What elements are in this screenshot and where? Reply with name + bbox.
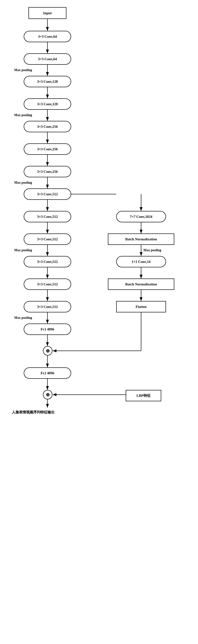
conv7x7-label: 7×7 Conv,1024 (130, 215, 152, 219)
add1-symbol: ⊕ (46, 348, 50, 354)
fc2-label: Fc2 4096 (40, 371, 54, 375)
output-label: 人脸表情视频序列特征输出 (12, 410, 54, 414)
maxpool4-label: Max pooling (14, 248, 32, 252)
input-node: Input (28, 7, 66, 19)
add2-node: ⊕ (43, 390, 52, 400)
arrows-svg (0, 0, 198, 644)
bn2-label: Batch Normalization (125, 282, 157, 286)
conv3-1-node: 3×3 Conv,256 (24, 121, 71, 132)
conv7x7-node: 7×7 Conv,1024 (116, 211, 166, 222)
conv1-2-label: 3×3 Conv,64 (38, 57, 57, 61)
conv5-2-label: 3×3 Conv,512 (37, 282, 58, 286)
bn1-label: Batch Normalization (125, 237, 157, 241)
flatten-label: Flatten (136, 305, 146, 309)
conv2-2-node: 3×3 Conv,128 (24, 98, 71, 110)
conv4-2-label: 3×3 Conv,512 (37, 215, 58, 219)
flatten-node: Flatten (116, 301, 166, 312)
conv5-3-label: 3×3 Conv,512 (37, 305, 58, 309)
conv3-2-label: 3×3 Conv,256 (37, 147, 58, 151)
conv2-1-node: 3×3 Conv,128 (24, 76, 71, 87)
bn2-node: Batch Normalization (108, 278, 174, 290)
conv4-3-node: 3×3 Conv,512 (24, 234, 71, 245)
conv5-1-node: 3×3 Conv,512 (24, 256, 71, 267)
lbp-label: LBP特征 (136, 394, 150, 398)
conv5-2-node: 3×3 Conv,512 (24, 278, 71, 290)
conv5-3-node: 3×3 Conv,512 (24, 301, 71, 312)
maxpool-right-label: Max pooling (144, 248, 161, 252)
fc1-label: Fc1 4096 (40, 327, 54, 331)
conv3-1-label: 3×3 Conv,256 (37, 125, 58, 129)
bn1-node: Batch Normalization (108, 234, 174, 245)
add1-node: ⊕ (43, 346, 52, 356)
add2-symbol: ⊕ (46, 392, 50, 398)
conv4-3-label: 3×3 Conv,512 (37, 237, 58, 241)
diagram-container: Input 3×3 Conv,64 3×3 Conv,64 Max poolin… (0, 0, 198, 644)
input-label: Input (43, 11, 52, 15)
conv3-3-label: 3×3 Conv,256 (37, 170, 58, 174)
conv4-1-node: 3×3 Conv,512 (24, 188, 71, 200)
conv2-2-label: 3×3 Conv,128 (37, 102, 58, 106)
conv5-1-label: 3×3 Conv,512 (37, 260, 58, 264)
conv4-2-node: 3×3 Conv,512 (24, 211, 71, 222)
maxpool1-label: Max pooling (14, 68, 32, 72)
fc1-node: Fc1 4096 (24, 324, 71, 335)
fc2-node: Fc2 4096 (24, 368, 71, 379)
conv1x1-label: 1×1 Conv,14 (132, 260, 150, 264)
lbp-node: LBP特征 (126, 390, 161, 401)
maxpool5-label: Max pooling (14, 316, 32, 320)
maxpool2-label: Max pooling (14, 113, 32, 117)
conv1x1-node: 1×1 Conv,14 (116, 256, 166, 267)
conv1-1-node: 3×3 Conv,64 (24, 31, 71, 42)
conv1-1-label: 3×3 Conv,64 (38, 34, 57, 39)
maxpool3-label: Max pooling (14, 181, 32, 185)
conv2-1-label: 3×3 Conv,128 (37, 80, 58, 84)
conv4-1-label: 3×3 Conv,512 (37, 192, 58, 196)
conv3-2-node: 3×3 Conv,256 (24, 144, 71, 155)
conv1-2-node: 3×3 Conv,64 (24, 53, 71, 65)
conv3-3-node: 3×3 Conv,256 (24, 166, 71, 177)
